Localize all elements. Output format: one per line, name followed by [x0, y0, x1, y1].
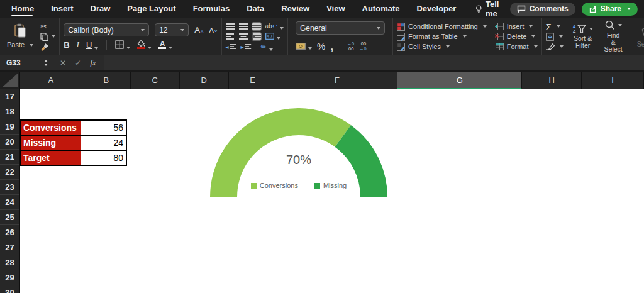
- cell-b20[interactable]: 24: [80, 135, 126, 150]
- legend-item-missing[interactable]: Missing: [314, 182, 347, 189]
- format-as-table-button[interactable]: Format as Table: [397, 31, 487, 41]
- increase-indent-button[interactable]: ▸: [241, 43, 252, 50]
- grow-font-button[interactable]: A˄: [194, 25, 203, 35]
- row-header-22[interactable]: 22: [0, 165, 19, 180]
- row-header-18[interactable]: 18: [0, 104, 19, 119]
- italic-button[interactable]: I: [77, 40, 79, 50]
- align-bottom-icon[interactable]: [252, 23, 261, 30]
- conditional-formatting-button[interactable]: Conditional Formatting: [397, 21, 487, 31]
- row-header-20[interactable]: 20: [0, 135, 19, 150]
- step-down-icon: [44, 64, 48, 66]
- cell-b21[interactable]: 80: [80, 150, 126, 165]
- row-header-29[interactable]: 29: [0, 270, 19, 285]
- menu-tab-draw[interactable]: Draw: [91, 0, 111, 18]
- autosum-button[interactable]: Σ: [546, 21, 564, 31]
- find-select-button[interactable]: Find & Select: [601, 20, 626, 53]
- align-top-icon[interactable]: [226, 23, 235, 30]
- font-size-select[interactable]: 12: [155, 23, 189, 36]
- font-color-icon: A: [158, 40, 166, 49]
- row-header-25[interactable]: 25: [0, 210, 19, 225]
- cell-a19[interactable]: Conversions: [21, 120, 80, 135]
- row-header-24[interactable]: 24: [0, 195, 19, 210]
- tell-me-button[interactable]: Tell me: [475, 0, 509, 18]
- sigma-icon: Σ: [546, 21, 552, 32]
- fill-color-button[interactable]: [137, 40, 152, 49]
- name-box[interactable]: G33: [0, 55, 52, 70]
- menu-tab-review[interactable]: Review: [281, 0, 309, 18]
- comments-button[interactable]: Comments: [510, 3, 575, 16]
- row-header-21[interactable]: 21: [0, 150, 19, 165]
- cell-a20[interactable]: Missing: [21, 135, 80, 150]
- shrink-font-button[interactable]: A˅: [209, 26, 217, 34]
- enter-button[interactable]: ✓: [75, 58, 81, 67]
- row-header-27[interactable]: 27: [0, 240, 19, 255]
- menu-tab-view[interactable]: View: [326, 0, 345, 18]
- sensitivity-button[interactable]: Sensitivity: [634, 25, 644, 48]
- row-header-26[interactable]: 26: [0, 225, 19, 240]
- row-header-30[interactable]: 30: [0, 285, 19, 293]
- number-format-select[interactable]: General: [296, 21, 385, 35]
- clear-button[interactable]: [546, 41, 564, 52]
- legend-item-conversions[interactable]: Conversions: [251, 182, 298, 189]
- gauge-chart[interactable]: 70% Conversions Missing: [210, 108, 387, 202]
- menu-tab-formulas[interactable]: Formulas: [193, 0, 230, 18]
- cancel-button[interactable]: ✕: [60, 58, 66, 67]
- font-color-button[interactable]: A: [158, 40, 172, 49]
- column-header-d[interactable]: D: [180, 72, 229, 89]
- borders-button[interactable]: [115, 40, 130, 49]
- accounting-format-button[interactable]: [296, 43, 312, 50]
- merge-center-button[interactable]: [265, 33, 280, 40]
- format-painter-button[interactable]: [40, 42, 55, 52]
- row-header-28[interactable]: 28: [0, 255, 19, 270]
- percent-style-button[interactable]: %: [317, 41, 325, 52]
- cells-area[interactable]: Conversions 56 Missing 24 Target 80: [20, 89, 644, 293]
- insert-function-button[interactable]: fx: [90, 58, 96, 68]
- cell-styles-button[interactable]: Cell Styles: [397, 41, 487, 52]
- delete-cells-button[interactable]: Delete: [495, 31, 538, 41]
- menu-tab-page-layout[interactable]: Page Layout: [127, 0, 175, 18]
- column-header-b[interactable]: B: [82, 72, 131, 89]
- column-header-c[interactable]: C: [131, 72, 180, 89]
- column-header-f[interactable]: F: [277, 72, 398, 89]
- menu-tab-data[interactable]: Data: [247, 0, 264, 18]
- sort-filter-button[interactable]: AZ Sort & Filter: [570, 25, 596, 49]
- row-header-23[interactable]: 23: [0, 180, 19, 195]
- formula-input[interactable]: [104, 55, 644, 70]
- menu-tab-home[interactable]: Home: [11, 0, 34, 18]
- decrease-indent-button[interactable]: ◂: [226, 43, 236, 50]
- format-cells-button[interactable]: Format: [495, 41, 538, 52]
- paste-button[interactable]: Paste: [4, 23, 36, 50]
- column-header-a[interactable]: A: [20, 72, 82, 89]
- orientation-button[interactable]: ✎: [261, 43, 273, 51]
- bold-button[interactable]: B: [64, 40, 69, 50]
- format-as-table-icon: [397, 33, 405, 41]
- underline-button[interactable]: U: [86, 40, 98, 50]
- align-middle-icon[interactable]: [239, 23, 248, 30]
- align-right-icon[interactable]: [252, 33, 261, 40]
- select-all-button[interactable]: [0, 72, 20, 90]
- align-center-icon[interactable]: [239, 33, 248, 40]
- row-header-17[interactable]: 17: [0, 89, 19, 104]
- cut-button[interactable]: ✂: [40, 21, 55, 31]
- menu-tab-insert[interactable]: Insert: [51, 0, 73, 18]
- share-button[interactable]: Share: [582, 3, 638, 16]
- fill-button[interactable]: [546, 31, 564, 41]
- column-header-e[interactable]: E: [229, 72, 277, 89]
- column-header-i[interactable]: I: [582, 72, 644, 89]
- comma-style-button[interactable]: ,: [330, 43, 333, 50]
- copy-button[interactable]: [40, 32, 55, 41]
- decrease-decimal-button[interactable]: .00→0: [359, 41, 367, 51]
- menu-tab-developer[interactable]: Developer: [416, 0, 456, 18]
- align-left-icon[interactable]: [226, 33, 235, 40]
- insert-cells-button[interactable]: Insert: [495, 21, 538, 31]
- menu-tab-automate[interactable]: Automate: [362, 0, 400, 18]
- name-box-stepper[interactable]: [44, 60, 48, 66]
- cell-b19[interactable]: 56: [80, 120, 126, 135]
- increase-decimal-button[interactable]: ←0.00: [347, 41, 354, 51]
- font-name-select[interactable]: Calibri (Body): [64, 23, 149, 36]
- column-header-g[interactable]: G: [397, 72, 522, 89]
- row-header-19[interactable]: 19: [0, 119, 19, 135]
- cell-a21[interactable]: Target: [21, 150, 80, 165]
- wrap-text-button[interactable]: ab↩: [265, 23, 284, 30]
- column-header-h[interactable]: H: [522, 72, 582, 89]
